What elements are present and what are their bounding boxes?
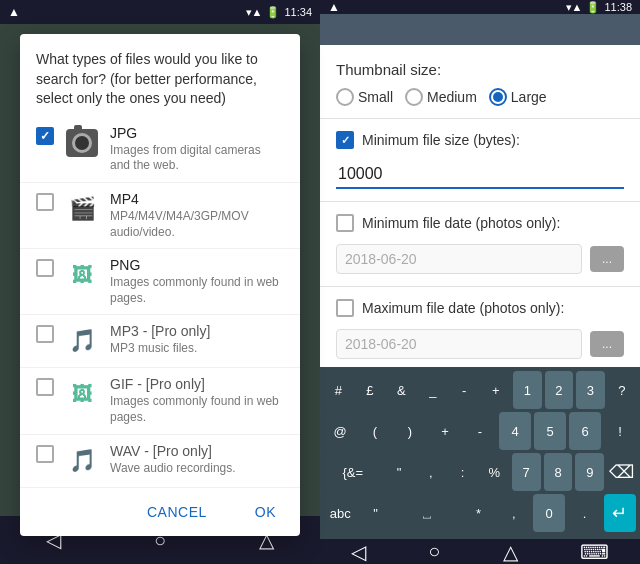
list-item[interactable]: JPG Images from digital cameras and the … (20, 117, 300, 183)
radio-medium[interactable]: Medium (405, 88, 477, 106)
key-equals[interactable]: + (429, 412, 461, 450)
mp3-desc: MP3 music files. (110, 341, 284, 357)
key-open-paren[interactable]: ( (359, 412, 391, 450)
key-4[interactable]: 4 (499, 412, 531, 450)
key-underscore[interactable]: _ (419, 371, 448, 409)
radio-medium-label: Medium (427, 89, 477, 105)
key-row-2: @ ( ) + - 4 5 6 ! (324, 412, 636, 450)
divider-3 (320, 286, 640, 287)
min-date-row[interactable]: Minimum file date (photos only): (320, 206, 640, 240)
mp3-checkbox[interactable] (36, 325, 54, 343)
radio-large-label: Large (511, 89, 547, 105)
list-item[interactable]: 🖼 PNG Images commonly found in web pages… (20, 249, 300, 315)
mp3-icon: 🎵 (64, 323, 100, 359)
key-8[interactable]: 8 (544, 453, 573, 491)
max-date-input-row: 2018-06-20 ... (320, 325, 640, 367)
key-dquote[interactable]: " (359, 494, 391, 532)
key-star[interactable]: * (462, 494, 494, 532)
min-file-size-input[interactable] (336, 161, 624, 189)
radio-small[interactable]: Small (336, 88, 393, 106)
key-percent[interactable]: % (480, 453, 509, 491)
max-date-btn[interactable]: ... (590, 331, 624, 357)
png-name: PNG (110, 257, 284, 273)
min-file-size-row[interactable]: Minimum file size (bytes): (320, 123, 640, 157)
wav-icon: 🎵 (64, 443, 100, 479)
key-amp[interactable]: & (387, 371, 416, 409)
key-2[interactable]: 2 (545, 371, 574, 409)
key-symbols[interactable]: {&= (324, 453, 382, 491)
jpg-checkbox[interactable] (36, 127, 54, 145)
max-date-checkbox[interactable] (336, 299, 354, 317)
key-pound[interactable]: £ (356, 371, 385, 409)
list-item[interactable]: 🎵 MP3 - [Pro only] MP3 music files. (20, 315, 300, 368)
status-icon-left: ▲ (8, 5, 20, 19)
key-3[interactable]: 3 (576, 371, 605, 409)
key-comma[interactable]: , (416, 453, 445, 491)
nav-bar-right: ◁ ○ △ ⌨ (320, 539, 640, 564)
min-date-value[interactable]: 2018-06-20 (336, 244, 582, 274)
music-icon: 🎵 (69, 328, 96, 354)
key-comma2[interactable]: , (498, 494, 530, 532)
back-button-right[interactable]: ◁ (351, 540, 366, 564)
mp3-info: MP3 - [Pro only] MP3 music files. (110, 323, 284, 357)
key-7[interactable]: 7 (512, 453, 541, 491)
key-6[interactable]: 6 (569, 412, 601, 450)
key-abc[interactable]: abc (324, 494, 356, 532)
gif-checkbox[interactable] (36, 378, 54, 396)
key-quote[interactable]: " (385, 453, 414, 491)
key-hash[interactable]: # (324, 371, 353, 409)
max-date-value[interactable]: 2018-06-20 (336, 329, 582, 359)
dialog-title: What types of files would you like to se… (20, 34, 300, 117)
key-dot2[interactable]: - (464, 412, 496, 450)
recent-button-right[interactable]: △ (503, 540, 518, 564)
key-at[interactable]: @ (324, 412, 356, 450)
thumbnail-size-section: Thumbnail size: Small Medium Large (320, 45, 640, 114)
key-question[interactable]: ? (608, 371, 637, 409)
png-desc: Images commonly found in web pages. (110, 275, 284, 306)
keyboard-button[interactable]: ⌨ (580, 540, 609, 564)
min-date-btn[interactable]: ... (590, 246, 624, 272)
key-5[interactable]: 5 (534, 412, 566, 450)
mp4-checkbox[interactable] (36, 193, 54, 211)
gif-desc: Images commonly found in web pages. (110, 394, 284, 425)
list-item[interactable]: 🖼 GIF - [Pro only] Images commonly found… (20, 368, 300, 434)
mp4-name: MP4 (110, 191, 284, 207)
key-close-paren[interactable]: ) (394, 412, 426, 450)
key-0[interactable]: 0 (533, 494, 565, 532)
key-period[interactable]: . (568, 494, 600, 532)
video-icon: 🎬 (69, 196, 96, 222)
backspace-key[interactable]: ⌫ (607, 453, 636, 491)
status-icon-right: ▲ (328, 0, 340, 14)
mp4-info: MP4 MP4/M4V/M4A/3GP/MOV audio/video. (110, 191, 284, 240)
min-file-size-checkbox[interactable] (336, 131, 354, 149)
key-colon[interactable]: : (448, 453, 477, 491)
key-9[interactable]: 9 (575, 453, 604, 491)
radio-large[interactable]: Large (489, 88, 547, 106)
key-1[interactable]: 1 (513, 371, 542, 409)
key-row-3: {&= " , : % 7 8 9 ⌫ (324, 453, 636, 491)
key-space[interactable]: ⎵ (395, 494, 460, 532)
home-button-right[interactable]: ○ (428, 540, 440, 563)
list-item[interactable]: 🎵 WAV - [Pro only] Wave audio recordings… (20, 435, 300, 488)
list-item[interactable]: 🎬 MP4 MP4/M4V/M4A/3GP/MOV audio/video. (20, 183, 300, 249)
max-date-row[interactable]: Maximum file date (photos only): (320, 291, 640, 325)
enter-key[interactable]: ↵ (604, 494, 636, 532)
status-icons-left: ▾▲ 🔋 11:34 (246, 6, 312, 19)
key-dash[interactable]: - (450, 371, 479, 409)
min-date-checkbox[interactable] (336, 214, 354, 232)
file-type-dialog: What types of files would you like to se… (20, 34, 300, 536)
radio-small-label: Small (358, 89, 393, 105)
key-exclaim[interactable]: ! (604, 412, 636, 450)
thumbnail-size-label: Thumbnail size: (336, 61, 624, 78)
ok-button[interactable]: OK (239, 496, 292, 528)
wav-desc: Wave audio recordings. (110, 461, 284, 477)
key-plus[interactable]: + (482, 371, 511, 409)
wav-checkbox[interactable] (36, 445, 54, 463)
png-checkbox[interactable] (36, 259, 54, 277)
wifi-icon: ▾▲ (246, 6, 263, 19)
divider-1 (320, 118, 640, 119)
battery-icon-right: 🔋 (586, 1, 600, 14)
radio-large-circle (489, 88, 507, 106)
dialog-actions: CANCEL OK (20, 488, 300, 536)
cancel-button[interactable]: CANCEL (131, 496, 223, 528)
